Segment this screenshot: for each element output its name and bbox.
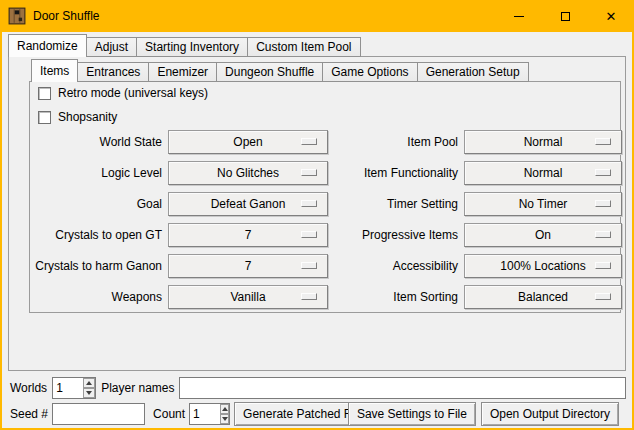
worlds-label: Worlds — [10, 381, 47, 395]
seed-label: Seed # — [10, 407, 48, 421]
tab-custom-item-pool[interactable]: Custom Item Pool — [247, 37, 360, 57]
goal-label: Goal — [30, 197, 168, 211]
option-row: Timer Setting No Timer — [328, 192, 622, 216]
window-title: Door Shuffle — [33, 9, 100, 23]
door-shuffle-window: Door Shuffle ✕ Randomize Adjust Starting… — [0, 0, 634, 430]
checkbox-box-icon — [38, 87, 51, 100]
worlds-input[interactable] — [53, 378, 83, 398]
accessibility-label: Accessibility — [328, 259, 464, 273]
spin-up-icon — [86, 381, 92, 385]
tab-enemizer[interactable]: Enemizer — [148, 62, 217, 82]
checkbox-box-icon — [38, 111, 51, 124]
timer-setting-label: Timer Setting — [328, 197, 464, 211]
menu-indicator-icon — [301, 293, 317, 300]
main-tabbar: Randomize Adjust Starting Inventory Cust… — [8, 34, 360, 57]
close-icon: ✕ — [606, 10, 617, 23]
progressive-items-dropdown[interactable]: On — [464, 223, 622, 247]
randomize-page: Items Entrances Enemizer Dungeon Shuffle… — [8, 56, 626, 371]
retro-mode-label: Retro mode (universal keys) — [58, 86, 208, 100]
dropdown-value: On — [535, 228, 551, 242]
weapons-dropdown[interactable]: Vanilla — [168, 285, 328, 309]
option-row: Progressive Items On — [328, 223, 622, 247]
spin-buttons — [220, 404, 229, 424]
option-row: Logic Level No Glitches — [30, 161, 328, 185]
minimize-icon — [514, 16, 524, 17]
close-button[interactable]: ✕ — [588, 0, 634, 32]
item-pool-dropdown[interactable]: Normal — [464, 130, 622, 154]
menu-indicator-icon — [301, 169, 317, 176]
logic-level-dropdown[interactable]: No Glitches — [168, 161, 328, 185]
count-label: Count — [153, 407, 185, 421]
player-names-input[interactable] — [180, 378, 626, 398]
seed-field[interactable] — [52, 403, 145, 425]
worlds-spinbox[interactable] — [52, 377, 96, 399]
spin-up-button[interactable] — [220, 404, 229, 414]
maximize-icon — [561, 12, 570, 21]
menu-indicator-icon — [301, 231, 317, 238]
timer-setting-dropdown[interactable]: No Timer — [464, 192, 622, 216]
tab-adjust[interactable]: Adjust — [86, 37, 137, 57]
spin-up-button[interactable] — [83, 378, 95, 388]
option-row: World State Open — [30, 130, 328, 154]
save-settings-button[interactable]: Save Settings to File — [348, 402, 476, 426]
logic-level-label: Logic Level — [30, 166, 168, 180]
dropdown-value: Normal — [524, 166, 563, 180]
menu-indicator-icon — [595, 169, 611, 176]
tab-generation-setup[interactable]: Generation Setup — [417, 62, 529, 82]
dropdown-value: 7 — [245, 259, 252, 273]
option-row: Accessibility 100% Locations — [328, 254, 622, 278]
options-column-right: Item Pool Normal Item Functionality Norm… — [328, 130, 622, 316]
footer-row-seed: Seed # Count Generate Patched Rom Save S… — [10, 402, 626, 426]
caption-buttons: ✕ — [496, 0, 634, 32]
dropdown-value: 100% Locations — [500, 259, 585, 273]
retro-mode-checkbox[interactable]: Retro mode (universal keys) — [38, 86, 208, 100]
tab-entrances[interactable]: Entrances — [77, 62, 149, 82]
dropdown-value: No Glitches — [217, 166, 279, 180]
spin-down-button[interactable] — [220, 414, 229, 424]
goal-dropdown[interactable]: Defeat Ganon — [168, 192, 328, 216]
count-input[interactable] — [190, 404, 220, 424]
accessibility-dropdown[interactable]: 100% Locations — [464, 254, 622, 278]
tab-randomize[interactable]: Randomize — [8, 34, 87, 57]
spin-down-button[interactable] — [83, 388, 95, 398]
seed-input[interactable] — [53, 404, 144, 424]
menu-indicator-icon — [595, 231, 611, 238]
dropdown-value: Defeat Ganon — [211, 197, 286, 211]
tab-items[interactable]: Items — [31, 59, 78, 82]
item-pool-label: Item Pool — [328, 135, 464, 149]
open-output-directory-button[interactable]: Open Output Directory — [481, 402, 619, 426]
menu-indicator-icon — [301, 138, 317, 145]
tab-game-options[interactable]: Game Options — [322, 62, 417, 82]
menu-indicator-icon — [301, 262, 317, 269]
player-names-field[interactable] — [179, 377, 627, 399]
tab-dungeon-shuffle[interactable]: Dungeon Shuffle — [216, 62, 323, 82]
dropdown-value: Open — [233, 135, 262, 149]
crystals-ganon-dropdown[interactable]: 7 — [168, 254, 328, 278]
count-spinbox[interactable] — [189, 403, 230, 425]
crystals-gt-label: Crystals to open GT — [30, 228, 168, 242]
option-row: Crystals to open GT 7 — [30, 223, 328, 247]
option-row: Item Sorting Balanced — [328, 285, 622, 309]
spin-down-icon — [222, 417, 228, 421]
menu-indicator-icon — [595, 293, 611, 300]
menu-indicator-icon — [595, 262, 611, 269]
items-page: Retro mode (universal keys) Shopsanity W… — [29, 81, 621, 313]
item-sorting-dropdown[interactable]: Balanced — [464, 285, 622, 309]
world-state-dropdown[interactable]: Open — [168, 130, 328, 154]
maximize-button[interactable] — [542, 0, 588, 32]
shopsanity-label: Shopsanity — [58, 110, 117, 124]
titlebar[interactable]: Door Shuffle ✕ — [0, 0, 634, 32]
crystals-gt-dropdown[interactable]: 7 — [168, 223, 328, 247]
tab-starting-inventory[interactable]: Starting Inventory — [136, 37, 248, 57]
item-functionality-dropdown[interactable]: Normal — [464, 161, 622, 185]
minimize-button[interactable] — [496, 0, 542, 32]
shopsanity-checkbox[interactable]: Shopsanity — [38, 110, 117, 124]
spin-buttons — [83, 378, 95, 398]
dropdown-value: Normal — [524, 135, 563, 149]
spin-down-icon — [86, 391, 92, 395]
player-names-label: Player names — [101, 381, 174, 395]
door-icon — [8, 7, 26, 25]
footer-row-worlds: Worlds Player names — [10, 376, 626, 400]
sub-tabbar: Items Entrances Enemizer Dungeon Shuffle… — [31, 59, 528, 82]
options-column-left: World State Open Logic Level No Glitches — [30, 130, 328, 316]
